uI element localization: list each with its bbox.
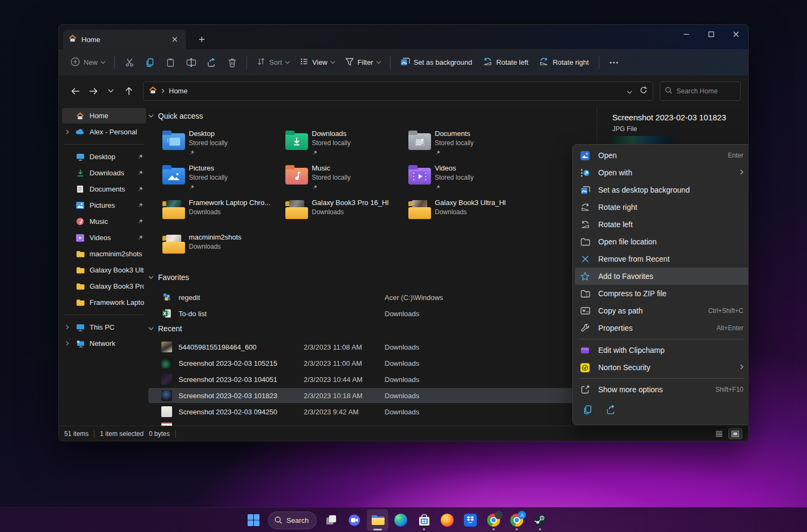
chat-button[interactable] — [344, 509, 365, 531]
up-button[interactable] — [120, 82, 138, 100]
back-button[interactable] — [66, 82, 84, 100]
rotate-right-button[interactable]: Rotate right — [534, 53, 594, 71]
sidebar-item-videos[interactable]: Videos — [62, 230, 146, 245]
microsoft-store-button[interactable] — [413, 509, 435, 531]
recent-locations-button[interactable] — [102, 82, 120, 100]
delete-button[interactable] — [222, 53, 242, 72]
taskbar-search[interactable]: Search — [268, 511, 317, 529]
sidebar-item-galaxy-book3-ultra[interactable]: Galaxy Book3 Ultra_ — [62, 262, 146, 278]
menu-item-remove-from-recent[interactable]: Remove from Recent — [575, 250, 749, 268]
address-bar[interactable]: Home — [143, 81, 653, 101]
recent-row[interactable]: Screenshot 2023-02-02 135021 2/2/2023 1:… — [148, 420, 593, 426]
sidebar-item-network[interactable]: Network — [62, 336, 146, 351]
tile-desktop[interactable]: Desktop Stored locally — [147, 131, 267, 162]
menu-item-norton-security[interactable]: Norton Security — [575, 359, 749, 376]
sidebar-item-pictures[interactable]: Pictures — [62, 197, 146, 213]
maximize-button[interactable] — [699, 25, 723, 43]
recent-row[interactable]: Screenshot 2023-02-03 104051 2/3/2023 10… — [148, 372, 593, 387]
menu-item-open-file-location[interactable]: Open file location — [575, 233, 749, 250]
tab-home[interactable]: Home — [63, 30, 186, 49]
tile-documents[interactable]: Documents Stored locally — [393, 131, 513, 162]
search-box[interactable] — [660, 81, 741, 101]
sidebar-item-documents[interactable]: Documents — [62, 181, 146, 197]
new-button[interactable]: New — [65, 53, 110, 72]
close-button[interactable] — [723, 25, 748, 43]
edge-button[interactable] — [390, 509, 412, 531]
expand-chevron-icon[interactable] — [64, 341, 71, 346]
firefox-button[interactable] — [436, 509, 458, 531]
menu-item-set-as-desktop-background[interactable]: Set as desktop background — [575, 181, 749, 199]
sidebar-item-onedrive[interactable]: Alex - Personal — [62, 124, 146, 140]
tile-galaxy-book3-pro[interactable]: Galaxy Book3 Pro 16_Hl Downloads — [270, 200, 390, 231]
sidebar-item-home[interactable]: Home — [62, 108, 146, 124]
tile-downloads[interactable]: Downloads Stored locally — [270, 131, 390, 162]
cut-button[interactable] — [119, 53, 140, 72]
recent-row[interactable]: Screenshot 2023-02-03 105215 2/3/2023 11… — [148, 356, 593, 371]
menu-item-copy-as-path[interactable]: Copy as path Ctrl+Shift+C — [575, 302, 749, 319]
sort-button[interactable]: Sort — [251, 53, 295, 71]
tab-close-button[interactable] — [169, 33, 181, 45]
set-as-background-button[interactable]: Set as background — [395, 53, 477, 72]
menu-item-rotate-right[interactable]: Rotate right — [575, 199, 749, 216]
details-view-toggle[interactable] — [713, 428, 726, 439]
recent-row-selected[interactable]: Screenshot 2023-02-03 101823 2/3/2023 10… — [148, 388, 593, 403]
menu-item-show-more-options[interactable]: Show more options Shift+F10 — [575, 381, 749, 398]
active-app-indicator — [373, 529, 382, 530]
menu-item-open[interactable]: Open Enter — [575, 147, 749, 164]
share-button[interactable] — [201, 53, 222, 72]
section-favorites[interactable]: Favorites — [148, 273, 189, 282]
large-icons-view-toggle[interactable] — [729, 428, 742, 439]
forward-button[interactable] — [84, 82, 102, 100]
favorite-row-regedit[interactable]: regedit Acer (C:)\Windows — [148, 290, 593, 305]
sidebar-item-desktop[interactable]: Desktop — [62, 149, 146, 165]
sidebar-item-downloads[interactable]: Downloads — [62, 165, 146, 181]
paste-button[interactable] — [160, 53, 181, 72]
tile-music[interactable]: Music Stored locally — [270, 166, 390, 197]
sidebar-item-framework-laptop[interactable]: Framework Laptop — [62, 295, 146, 310]
new-tab-button[interactable] — [195, 32, 209, 46]
share-icon[interactable] — [606, 405, 617, 417]
search-input[interactable] — [676, 87, 735, 95]
menu-item-rotate-left[interactable]: Rotate left — [575, 216, 749, 233]
address-dropdown-icon[interactable] — [627, 86, 632, 96]
menu-item-edit-with-clipchamp[interactable]: Edit with Clipchamp — [575, 342, 749, 359]
file-explorer-button[interactable] — [367, 509, 388, 531]
tile-framework-laptop-chrome[interactable]: Framework Laptop Chro... Downloads — [147, 200, 267, 231]
sidebar-item-macminim2shots[interactable]: macminim2shots — [62, 246, 146, 262]
favorite-row-todo-list[interactable]: To-do list Downloads — [148, 306, 593, 321]
menu-item-open-with[interactable]: Open with — [575, 164, 749, 181]
refresh-icon[interactable] — [640, 86, 647, 96]
start-button[interactable] — [243, 509, 264, 531]
tile-macminim2shots[interactable]: macminim2shots Downloads — [147, 235, 267, 266]
recent-row[interactable]: Screenshot 2023-02-03 094250 2/3/2023 9:… — [148, 404, 593, 419]
chrome-profile-a-button[interactable]: A — [506, 509, 528, 531]
tile-pictures[interactable]: Pictures Stored locally — [147, 166, 267, 197]
menu-item-add-to-favorites[interactable]: Add to Favorites — [575, 268, 749, 285]
expand-chevron-icon[interactable] — [64, 129, 71, 134]
tile-videos[interactable]: Videos Stored locally — [393, 166, 513, 197]
sidebar-item-galaxy-book3-pro[interactable]: Galaxy Book3 Pro 1 — [62, 278, 146, 294]
steam-button[interactable] — [529, 509, 551, 531]
expand-chevron-icon[interactable] — [64, 325, 71, 330]
rename-button[interactable] — [181, 53, 201, 72]
home-icon — [76, 112, 85, 120]
recent-row[interactable]: 5440598155198464_600 2/3/2023 11:08 AM D… — [148, 339, 593, 354]
section-quick-access[interactable]: Quick access — [148, 112, 203, 120]
tile-galaxy-book3-ultra[interactable]: Galaxy Book3 Ultra_Hl Downloads — [393, 200, 513, 231]
sidebar-item-music[interactable]: Music — [62, 214, 146, 229]
menu-item-properties[interactable]: Properties Alt+Enter — [575, 319, 749, 337]
chrome-button[interactable] — [483, 509, 504, 531]
filter-button[interactable]: Filter — [340, 54, 386, 71]
view-button[interactable]: View — [295, 53, 340, 71]
dropbox-button[interactable] — [460, 509, 481, 531]
minimize-button[interactable] — [674, 25, 699, 43]
rotate-left-button[interactable]: Rotate left — [477, 53, 534, 71]
copy-button[interactable] — [140, 53, 160, 72]
more-options-button[interactable] — [604, 53, 624, 72]
breadcrumb-home[interactable]: Home — [169, 87, 188, 95]
copy-icon[interactable] — [583, 405, 593, 417]
task-view-button[interactable] — [320, 509, 342, 531]
menu-item-compress-to-zip[interactable]: Compress to ZIP file — [575, 285, 749, 302]
section-recent[interactable]: Recent — [148, 324, 182, 333]
sidebar-item-this-pc[interactable]: This PC — [62, 319, 146, 335]
